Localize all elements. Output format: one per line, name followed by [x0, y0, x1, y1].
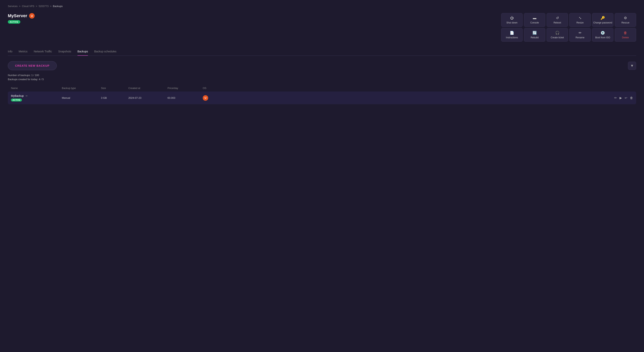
iso-icon: 💿	[600, 31, 605, 35]
backup-price-day: €0.003	[168, 96, 203, 99]
action-rescue-label: Rescue	[622, 21, 630, 24]
action-reboot[interactable]: ↺ Reboot	[546, 13, 568, 27]
col-backup-type: Backup type	[62, 87, 101, 90]
col-name: Name	[11, 87, 62, 90]
action-console-label: Console	[530, 21, 539, 24]
action-delete[interactable]: 🗑 Delete	[615, 28, 636, 42]
col-price-day: Price/day	[168, 87, 203, 90]
breadcrumb-cloud-vps[interactable]: Cloud VPS	[22, 5, 34, 8]
toolbar-row: CREATE NEW BACKUP ▼	[8, 61, 636, 70]
server-info: MyServer U ACTIVE	[8, 13, 35, 24]
row-rollback-icon[interactable]: ↩	[625, 96, 627, 100]
action-delete-label: Delete	[622, 36, 629, 39]
resize-icon: ⤡	[579, 16, 582, 20]
action-rebuild-label: Rebuild	[531, 36, 539, 39]
row-actions: ✏ ▶ ↩ 🗑	[610, 96, 633, 100]
col-created-at: Created at	[128, 87, 168, 90]
delete-icon: 🗑	[624, 31, 627, 35]
server-name: MyServer	[8, 13, 27, 18]
server-name-row: MyServer U	[8, 13, 35, 18]
col-actions	[610, 87, 633, 90]
action-change-password-label: Change password	[593, 21, 612, 24]
tab-network-traffic[interactable]: Network Traffic	[34, 48, 52, 56]
backup-type: Manual	[62, 96, 101, 99]
console-icon: ▬	[533, 16, 536, 20]
table-row: MyBackup ✏ ACTIVE Manual 3 GB 2024-07-23…	[8, 91, 636, 104]
inline-edit-icon[interactable]: ✏	[26, 94, 28, 97]
action-shut-down-label: Shut down	[506, 21, 518, 24]
action-rescue[interactable]: ⚙ Rescue	[615, 13, 636, 27]
action-change-password[interactable]: 🔑 Change password	[592, 13, 614, 27]
backup-name: MyBackup	[11, 94, 24, 97]
tab-metrics[interactable]: Metrics	[18, 48, 28, 56]
action-rename[interactable]: ✏ Rename	[569, 28, 591, 42]
power-icon: ⏻	[510, 16, 514, 20]
backups-count: Number of backups: 1 / 100	[8, 74, 636, 77]
action-reboot-label: Reboot	[554, 21, 561, 24]
row-delete-icon[interactable]: 🗑	[630, 96, 633, 100]
backup-stats: Number of backups: 1 / 100 Backups creat…	[8, 74, 636, 81]
backup-created-at: 2024-07-23	[128, 96, 168, 99]
breadcrumb: Services > Cloud VPS > 5203773 > Backups	[8, 5, 636, 8]
backup-size: 3 GB	[101, 96, 128, 99]
rebuild-icon: 🔄	[532, 31, 537, 35]
breadcrumb-server-id[interactable]: 5203773	[39, 5, 49, 8]
backup-name-row: MyBackup ✏	[11, 94, 62, 97]
action-rename-label: Rename	[576, 36, 584, 39]
tab-info[interactable]: Info	[8, 48, 12, 56]
table-header: Name Backup type Size Created at Price/d…	[8, 85, 636, 91]
os-badge: U	[203, 95, 208, 101]
row-restore-icon[interactable]: ▶	[620, 96, 622, 100]
action-shut-down[interactable]: ⏻ Shut down	[501, 13, 523, 27]
rescue-icon: ⚙	[624, 16, 627, 20]
row-edit-icon[interactable]: ✏	[614, 96, 617, 100]
action-create-ticket[interactable]: 🎧 Create ticket	[546, 28, 568, 42]
action-instructions[interactable]: 📄 Instructions	[501, 28, 523, 42]
action-console[interactable]: ▬ Console	[524, 13, 545, 27]
rename-icon: ✏	[579, 31, 582, 35]
filter-icon: ▼	[630, 64, 634, 68]
status-badge: ACTIVE	[8, 20, 20, 24]
row-status-badge: ACTIVE	[11, 99, 22, 101]
filter-button[interactable]: ▼	[628, 62, 636, 70]
reboot-icon: ↺	[556, 16, 559, 20]
col-size: Size	[101, 87, 128, 90]
tab-snapshots[interactable]: Snapshots	[58, 48, 71, 56]
backup-name-cell: MyBackup ✏ ACTIVE	[11, 94, 62, 101]
create-backup-button[interactable]: CREATE NEW BACKUP	[8, 61, 57, 70]
header-row: MyServer U ACTIVE ⏻ Shut down ▬ Console …	[8, 13, 636, 42]
action-rebuild[interactable]: 🔄 Rebuild	[524, 28, 545, 42]
tab-backup-schedules[interactable]: Backup schedules	[94, 48, 116, 56]
ticket-icon: 🎧	[555, 31, 560, 35]
tab-backups[interactable]: Backups	[78, 48, 88, 56]
os-icon: U	[29, 13, 35, 18]
action-resize-label: Resize	[576, 21, 584, 24]
action-grid: ⏻ Shut down ▬ Console ↺ Reboot ⤡ Resize …	[501, 13, 636, 42]
tabs: Info Metrics Network Traffic Snapshots B…	[8, 48, 636, 56]
instructions-icon: 📄	[510, 31, 514, 35]
backups-today: Backups created for today: 4 / 5	[8, 78, 636, 81]
page-container: Services > Cloud VPS > 5203773 > Backups…	[0, 0, 644, 110]
action-boot-from-iso-label: Boot from ISO	[595, 36, 610, 39]
action-resize[interactable]: ⤡ Resize	[569, 13, 591, 27]
action-create-ticket-label: Create ticket	[551, 36, 564, 39]
breadcrumb-current: Backups	[53, 5, 62, 8]
password-icon: 🔑	[600, 16, 605, 20]
breadcrumb-services[interactable]: Services	[8, 5, 18, 8]
col-os: OS	[203, 87, 610, 90]
action-instructions-label: Instructions	[506, 36, 518, 39]
backup-os: U	[203, 95, 610, 101]
action-boot-from-iso[interactable]: 💿 Boot from ISO	[592, 28, 614, 42]
